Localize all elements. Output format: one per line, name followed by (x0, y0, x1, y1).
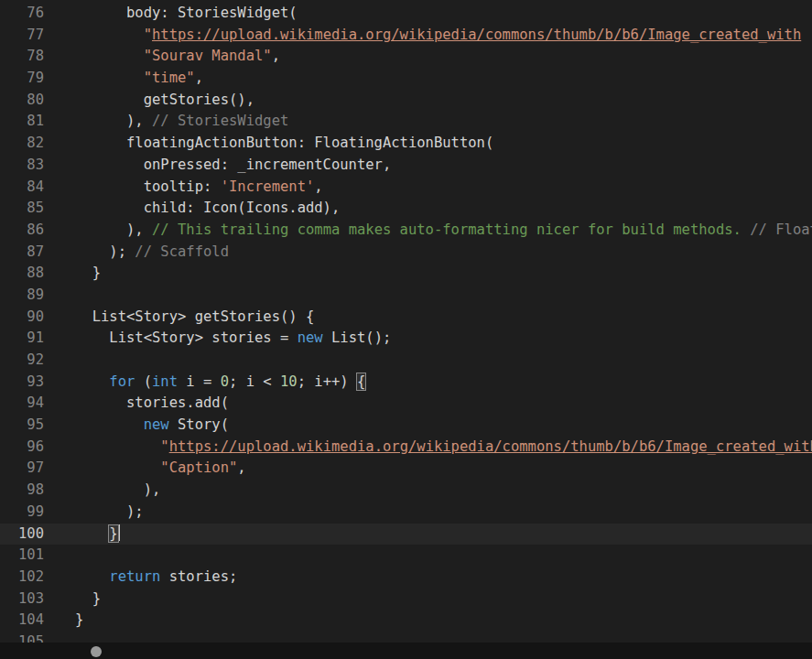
code-token: // Scaffold (135, 243, 229, 260)
line-number[interactable]: 91 (0, 328, 44, 350)
code-token: "Caption" (160, 459, 237, 476)
line-number[interactable]: 103 (0, 589, 44, 610)
code-text: "Caption", (44, 458, 246, 480)
code-line[interactable]: 85 child: Icon(Icons.add), (0, 198, 812, 220)
line-number[interactable]: 80 (0, 90, 44, 112)
code-line[interactable]: 87 ); // Scaffold (0, 242, 812, 264)
code-token: ; i++) (298, 373, 357, 390)
line-number[interactable]: 81 (0, 111, 44, 133)
line-number[interactable]: 95 (0, 415, 44, 437)
line-number[interactable]: 79 (0, 68, 44, 90)
code-line[interactable]: 91 List<Story> stories = new List(); (0, 328, 812, 350)
code-line[interactable]: 99 ); (0, 502, 812, 524)
code-text: "Sourav Mandal", (44, 46, 280, 68)
line-number[interactable]: 88 (0, 263, 44, 285)
code-token: stories; (160, 568, 237, 585)
code-line[interactable]: 89 (0, 285, 812, 307)
code-line[interactable]: 96 "https://upload.wikimedia.org/wikiped… (0, 437, 812, 459)
code-line[interactable]: 93 for (int i = 0; i < 10; i++) { (0, 372, 812, 394)
code-token: 10 (280, 373, 298, 390)
code-token: " (144, 27, 152, 43)
code-token (75, 525, 109, 542)
code-text: new Story( (44, 415, 229, 437)
code-editor: 76 body: StoriesWidget(77 "https://uploa… (0, 0, 812, 659)
line-number[interactable]: 85 (0, 198, 44, 220)
line-number[interactable]: 87 (0, 242, 44, 264)
line-number[interactable]: 76 (0, 3, 44, 25)
code-text: } (44, 524, 120, 546)
code-line[interactable]: 79 "time", (0, 68, 812, 90)
line-number[interactable]: 94 (0, 393, 44, 415)
code-token: , (237, 459, 245, 476)
code-text: for (int i = 0; i < 10; i++) { (44, 372, 365, 394)
code-text: ); (44, 502, 144, 524)
code-line[interactable]: 83 onPressed: _incrementCounter, (0, 155, 812, 177)
code-token: for (109, 373, 135, 390)
code-token (75, 70, 144, 86)
code-line[interactable]: 81 ), // StoriesWidget (0, 111, 812, 133)
line-number[interactable]: 98 (0, 480, 44, 502)
code-line[interactable]: 90 List<Story> getStories() { (0, 307, 812, 329)
line-number[interactable]: 82 (0, 133, 44, 155)
code-token: https://upload.wikimedia.org/wikipedia/c… (152, 27, 801, 43)
line-number[interactable]: 96 (0, 437, 44, 459)
code-line[interactable]: 92 (0, 350, 812, 372)
code-line[interactable]: 77 "https://upload.wikimedia.org/wikiped… (0, 25, 812, 47)
code-line[interactable]: 82 floatingActionButton: FloatingActionB… (0, 133, 812, 155)
code-line[interactable]: 80 getStories(), (0, 90, 812, 112)
code-token: // FloatingActionButton (750, 221, 812, 238)
code-line[interactable]: 94 stories.add( (0, 393, 812, 415)
code-text: body: StoriesWidget( (44, 3, 298, 25)
code-line[interactable]: 86 ), // This trailing comma makes auto-… (0, 220, 812, 242)
code-text: "https://upload.wikimedia.org/wikipedia/… (44, 25, 801, 47)
code-token: "time" (144, 70, 195, 86)
code-line[interactable]: 103 } (0, 589, 812, 610)
code-token: , (272, 48, 280, 64)
code-token: } (75, 265, 101, 281)
line-number[interactable]: 97 (0, 458, 44, 480)
code-token: } (75, 611, 83, 628)
code-token: child: Icon(Icons.add), (75, 200, 340, 216)
line-number[interactable]: 92 (0, 350, 44, 372)
code-line[interactable]: 100 } (0, 524, 812, 546)
code-line[interactable]: 78 "Sourav Mandal", (0, 46, 812, 68)
code-line[interactable]: 97 "Caption", (0, 458, 812, 480)
line-number[interactable]: 104 (0, 610, 44, 632)
code-token: ), (75, 481, 160, 498)
line-number[interactable]: 77 (0, 25, 44, 47)
line-number[interactable]: 100 (0, 524, 44, 546)
code-line[interactable]: 95 new Story( (0, 415, 812, 437)
code-line[interactable]: 101 (0, 545, 812, 567)
scrollbar-dot-indicator[interactable] (91, 646, 102, 657)
code-text: "time", (44, 68, 203, 90)
line-number[interactable]: 89 (0, 285, 44, 307)
code-token: ), (75, 221, 152, 238)
code-token: getStories(), (75, 92, 254, 108)
line-number[interactable]: 78 (0, 46, 44, 68)
line-number[interactable]: 86 (0, 220, 44, 242)
code-token (75, 568, 109, 585)
code-token: onPressed: _incrementCounter, (75, 157, 391, 173)
code-token: "Sourav Mandal" (144, 48, 272, 64)
line-number[interactable]: 84 (0, 177, 44, 199)
code-line[interactable]: 102 return stories; (0, 567, 812, 589)
line-number[interactable]: 83 (0, 155, 44, 177)
code-line[interactable]: 104} (0, 610, 812, 632)
line-number[interactable]: 90 (0, 307, 44, 329)
line-number[interactable]: 93 (0, 372, 44, 394)
code-text: ), (44, 480, 160, 502)
code-line[interactable]: 76 body: StoriesWidget( (0, 3, 812, 25)
line-number[interactable]: 99 (0, 502, 44, 524)
line-number[interactable]: 101 (0, 545, 44, 567)
code-text: List<Story> getStories() { (44, 307, 314, 329)
code-text: floatingActionButton: FloatingActionButt… (44, 133, 493, 155)
code-line[interactable]: 98 ), (0, 480, 812, 502)
code-token (75, 459, 160, 476)
line-number[interactable]: 102 (0, 567, 44, 589)
code-text: } (44, 263, 101, 285)
code-token: i = (178, 373, 221, 390)
code-line[interactable]: 84 tooltip: 'Increment', (0, 177, 812, 199)
code-line[interactable]: 88 } (0, 263, 812, 285)
code-text: } (44, 589, 101, 610)
code-text: onPressed: _incrementCounter, (44, 155, 391, 177)
